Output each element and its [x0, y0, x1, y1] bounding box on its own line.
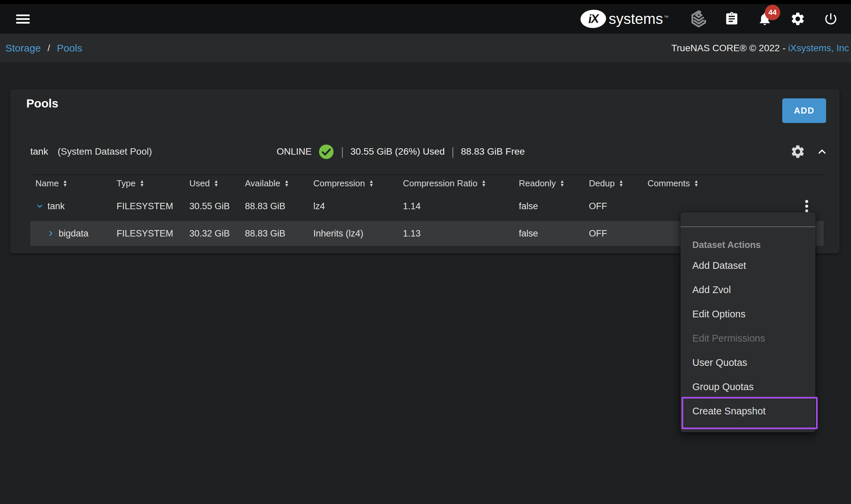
dataset-name: tank: [48, 201, 65, 212]
truecommand-icon[interactable]: [691, 10, 707, 28]
dataset-type: FILESYSTEM: [116, 229, 189, 239]
dataset-available: 88.83 GiB: [245, 229, 313, 239]
logo-trademark: ™: [664, 15, 668, 20]
dataset-readonly: false: [519, 201, 589, 212]
dataset-dedup: OFF: [589, 201, 648, 212]
sort-icon: ▲▼: [63, 180, 67, 187]
pool-status-group: ONLINE | 30.55 GiB (26%) Used | 88.83 Gi…: [276, 133, 525, 170]
hamburger-bar: [16, 15, 30, 16]
ixsystems-logo[interactable]: iX systems ™: [580, 10, 668, 28]
column-header-used[interactable]: Used ▲▼: [189, 178, 245, 189]
pool-identity: tank (System Dataset Pool): [30, 133, 152, 170]
sort-down-glyph: ▼: [369, 183, 374, 187]
pool-summary-row: tank (System Dataset Pool) ONLINE | 30.5…: [10, 133, 839, 170]
column-label: Compression: [313, 178, 365, 189]
kebab-dot: [805, 200, 808, 203]
menu-item-user-quotas[interactable]: User Quotas: [681, 350, 815, 375]
sort-icon: ▲▼: [284, 180, 289, 187]
column-label: Available: [245, 178, 280, 189]
menu-title: Dataset Actions: [692, 240, 761, 250]
dataset-dedup: OFF: [589, 229, 648, 239]
notifications-bell-icon[interactable]: 44: [757, 10, 773, 28]
menu-item-create-snapshot[interactable]: Create Snapshot: [681, 399, 815, 423]
ixsystems-link[interactable]: iXsystems, Inc: [788, 43, 849, 53]
notification-count-badge: 44: [765, 5, 780, 20]
column-header-dedup[interactable]: Dedup ▲▼: [589, 178, 648, 189]
menu-item-add-zvol[interactable]: Add Zvol: [681, 277, 815, 302]
sort-icon: ▲▼: [369, 180, 374, 187]
column-header-name[interactable]: Name ▲▼: [35, 178, 116, 189]
sort-icon: ▲▼: [482, 180, 486, 187]
column-label: Readonly: [519, 178, 556, 189]
topbar-icon-group: 44: [691, 10, 839, 28]
chevron-down-icon[interactable]: [35, 202, 44, 211]
dataset-name: bigdata: [59, 229, 89, 239]
add-pool-button[interactable]: ADD: [782, 98, 826, 123]
sort-down-glyph: ▼: [619, 183, 623, 187]
breadcrumb-pools-link[interactable]: Pools: [57, 42, 82, 54]
table-header-row: Name ▲▼ Type ▲▼ Used ▲▼ Available ▲▼ Com…: [30, 175, 824, 191]
sort-icon: ▲▼: [560, 180, 565, 187]
column-label: Comments: [648, 178, 690, 189]
collapse-pool-chevron-up-icon[interactable]: [814, 144, 830, 160]
breadcrumb-storage-link[interactable]: Storage: [5, 42, 41, 54]
page-title: Pools: [26, 97, 58, 110]
menu-item-add-dataset[interactable]: Add Dataset: [681, 253, 815, 277]
separator: |: [451, 145, 454, 158]
column-label: Name: [35, 178, 59, 189]
copyright-text: TrueNAS CORE® © 2022 - iXsystems, Inc: [671, 43, 849, 54]
pool-descriptor: (System Dataset Pool): [58, 146, 152, 157]
kebab-dot: [805, 205, 808, 208]
column-header-available[interactable]: Available ▲▼: [245, 178, 313, 189]
menu-item-edit-options[interactable]: Edit Options: [681, 302, 815, 326]
dataset-name-cell: tank: [35, 201, 116, 212]
sort-icon: ▲▼: [694, 180, 699, 187]
sort-down-glyph: ▼: [63, 183, 67, 187]
settings-gear-icon[interactable]: [790, 10, 806, 28]
breadcrumb-separator: /: [48, 43, 50, 54]
dataset-used: 30.55 GiB: [189, 201, 245, 212]
tasks-clipboard-icon[interactable]: [724, 10, 740, 28]
dataset-compression: Inherits (lz4): [313, 229, 403, 239]
breadcrumb-bar: Storage / Pools TrueNAS CORE® © 2022 - i…: [0, 34, 851, 62]
dataset-compression-ratio: 1.13: [403, 229, 519, 239]
column-header-type[interactable]: Type ▲▼: [116, 178, 189, 189]
menu-item-edit-permissions: Edit Permissions: [681, 326, 815, 350]
ix-logo-text: iX: [588, 12, 599, 26]
dataset-compression-ratio: 1.14: [403, 201, 519, 212]
copyright-prefix: TrueNAS CORE® © 2022 -: [671, 43, 788, 53]
ix-logo-oval: iX: [580, 9, 606, 29]
column-label: Compression Ratio: [403, 178, 477, 189]
menu-item-group-quotas[interactable]: Group Quotas: [681, 375, 815, 399]
menu-divider: [681, 227, 815, 227]
separator: |: [341, 145, 344, 158]
sort-icon: ▲▼: [140, 180, 144, 187]
column-header-comments[interactable]: Comments ▲▼: [648, 178, 824, 189]
dataset-compression: lz4: [313, 201, 403, 212]
pool-used-text: 30.55 GiB (26%) Used: [350, 146, 445, 157]
column-label: Dedup: [589, 178, 615, 189]
sort-down-glyph: ▼: [284, 183, 289, 187]
power-icon[interactable]: [823, 10, 839, 28]
pool-name: tank: [30, 146, 48, 157]
pool-free-text: 88.83 GiB Free: [461, 146, 525, 157]
pool-actions: [790, 133, 830, 170]
hamburger-bar: [16, 18, 30, 20]
status-ok-check-icon: [319, 144, 334, 160]
sort-icon: ▲▼: [214, 180, 219, 187]
column-label: Type: [116, 178, 135, 189]
sort-down-glyph: ▼: [214, 183, 219, 187]
sort-down-glyph: ▼: [482, 183, 486, 187]
logo-name: systems: [609, 11, 663, 27]
column-header-compression-ratio[interactable]: Compression Ratio ▲▼: [403, 178, 519, 189]
pool-status-label: ONLINE: [276, 146, 312, 157]
hamburger-menu-icon[interactable]: [16, 15, 30, 23]
chevron-right-icon[interactable]: [47, 229, 55, 238]
dataset-used: 30.32 GiB: [189, 229, 245, 239]
truenas-pools-screen: iX systems ™: [0, 0, 851, 504]
dataset-name-cell: bigdata: [35, 229, 116, 239]
pool-settings-gear-icon[interactable]: [790, 144, 806, 160]
column-header-compression[interactable]: Compression ▲▼: [313, 178, 403, 189]
hamburger-bar: [16, 22, 30, 23]
column-header-readonly[interactable]: Readonly ▲▼: [519, 178, 589, 189]
